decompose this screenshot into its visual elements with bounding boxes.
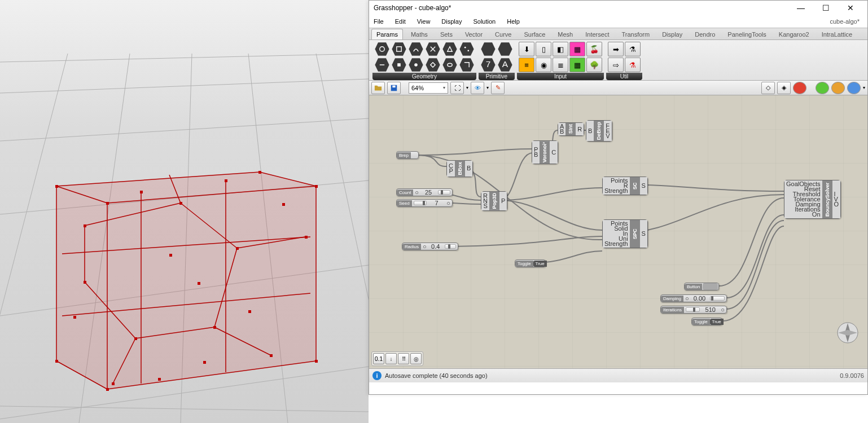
prim-icon[interactable] [497,42,513,56]
svg-rect-57 [282,203,285,206]
blue-icon[interactable] [847,82,861,94]
menu-edit[interactable]: Edit [395,18,406,25]
mini-icon[interactable]: ◎ [410,353,422,364]
svg-rect-43 [84,224,86,227]
tab-sets[interactable]: Sets [436,29,457,39]
comp-debrep[interactable]: B DeBrep FEV [586,120,612,142]
tab-panelingtools[interactable]: PanelingTools [723,29,771,39]
tab-params[interactable]: Params [371,29,403,39]
comp-voronoi3[interactable]: PB Voronoi³ C [532,140,558,164]
canvas-compass[interactable] [835,320,861,346]
open-icon[interactable] [371,82,385,94]
sketch-icon[interactable]: ✎ [491,82,505,94]
tab-mesh[interactable]: Mesh [553,29,577,39]
zoom-dropdown[interactable]: 64% [409,82,448,94]
titlebar: Grasshopper - cube-algo* — ☐ ✕ [369,1,867,15]
slider-count[interactable]: Count○25 [396,188,453,196]
param-brep[interactable]: Brep [396,151,419,159]
button[interactable]: Button [684,283,719,290]
toggle-1[interactable]: ToggleTrue [515,259,546,267]
comp-sint[interactable]: AB SInt R [558,122,584,136]
version-label: 0.9.0076 [840,372,864,379]
tab-intersect[interactable]: Intersect [581,29,613,39]
tab-display[interactable]: Display [657,29,687,39]
save-icon[interactable] [387,82,401,94]
input-icon[interactable]: ≡ [519,58,534,72]
tab-intralattice[interactable]: IntraLattice [817,29,857,39]
zoom-extents-icon[interactable]: ⛶ [450,82,464,94]
geo-icon[interactable] [425,42,441,56]
input-icon[interactable]: ≣ [553,58,568,72]
svg-rect-62 [397,47,401,51]
svg-marker-63 [448,47,452,51]
geo-icon[interactable] [391,42,407,56]
util-icon[interactable]: ⚗ [625,42,641,56]
util-icon[interactable]: ⚗ [625,58,641,72]
slider-radius[interactable]: Radius○0.4 [402,243,458,250]
toggle-2[interactable]: ToggleTrue [691,318,722,325]
menu-solution[interactable]: Solution [473,18,496,25]
grasshopper-window: Grasshopper - cube-algo* — ☐ ✕ File Edit… [369,0,868,395]
tab-kangaroo2[interactable]: Kangaroo2 [774,29,814,39]
geo-icon[interactable] [408,58,424,72]
comp-pop3d[interactable]: RNS Pop3D P [481,191,507,211]
input-icon[interactable]: ▦ [569,58,585,72]
geo-icon[interactable] [425,58,441,72]
geo-icon[interactable] [442,58,458,72]
svg-rect-48 [84,281,86,284]
geo-icon[interactable] [374,42,390,56]
menu-help[interactable]: Help [507,18,520,25]
minimize-button[interactable]: — [788,1,813,15]
mini-icon[interactable]: ⠿ [398,353,409,364]
menu-view[interactable]: View [417,18,431,25]
slider-seed[interactable]: Seed7○ [396,199,453,207]
tab-surface[interactable]: Surface [519,29,550,39]
tab-curve[interactable]: Curve [490,29,516,39]
input-icon[interactable]: 🍒 [586,42,602,56]
util-icon[interactable]: ➡ [608,42,624,56]
slider-iterations[interactable]: Iterations510○ [660,306,727,314]
shade-icon[interactable]: ◈ [777,82,791,94]
comp-sc[interactable]: PointsRStrength SC S [602,177,648,195]
geo-icon[interactable] [442,42,458,56]
rhino-viewport[interactable] [0,0,369,423]
mini-icon[interactable]: ↓ [385,353,397,364]
geo-icon[interactable] [408,42,424,56]
selected-icon[interactable] [793,82,806,94]
prim-icon[interactable]: A [497,58,513,72]
ribbon: Geometry 7 A Primitive ⬇ ▯ ◧ ▦ 🍒 ≡ [369,40,867,81]
input-icon[interactable]: ⬇ [519,42,534,56]
input-icon[interactable]: ◉ [536,58,551,72]
tab-maths[interactable]: Maths [406,29,432,39]
maximize-button[interactable]: ☐ [813,1,838,15]
grasshopper-canvas[interactable]: Brep Count○25 Seed7○ Radius○0.4 ToggleTr… [369,95,867,369]
tab-dendro[interactable]: Dendro [690,29,720,39]
close-button[interactable]: ✕ [838,1,863,15]
wire-icon[interactable]: ◇ [761,82,775,94]
comp-solver[interactable]: GoalObjectsResetThresholdToleranceDampin… [784,180,841,219]
orange-icon[interactable] [831,82,845,94]
prim-icon[interactable]: 7 [480,58,496,72]
canvas-mini-toolbar: 0.1 ↓ ⠿ ◎ [371,351,423,366]
input-icon[interactable]: ◧ [553,42,568,56]
tab-transform[interactable]: Transform [617,29,654,39]
slider-damping[interactable]: Damping○0.00 [660,294,727,302]
green-icon[interactable] [816,82,829,94]
menu-display[interactable]: Display [441,18,462,25]
geo-icon[interactable] [374,58,390,72]
comp-bbox[interactable]: CP BBox B [446,160,473,177]
preview-icon[interactable]: 👁 [471,82,484,94]
svg-rect-46 [213,326,216,329]
menu-file[interactable]: File [374,18,384,25]
input-icon[interactable]: 🌳 [586,58,602,72]
util-icon[interactable]: ⇨ [608,58,624,72]
geo-icon[interactable] [391,58,407,72]
comp-spc[interactable]: PointsSolidInUniStrength SPC S [602,219,648,248]
input-icon[interactable]: ▦ [569,42,585,56]
tab-vector[interactable]: Vector [461,29,487,39]
geo-icon[interactable] [459,58,475,72]
input-icon[interactable]: ▯ [536,42,551,56]
prim-icon[interactable] [480,42,496,56]
mini-icon[interactable]: 0.1 [373,353,384,364]
geo-icon[interactable] [459,42,475,56]
